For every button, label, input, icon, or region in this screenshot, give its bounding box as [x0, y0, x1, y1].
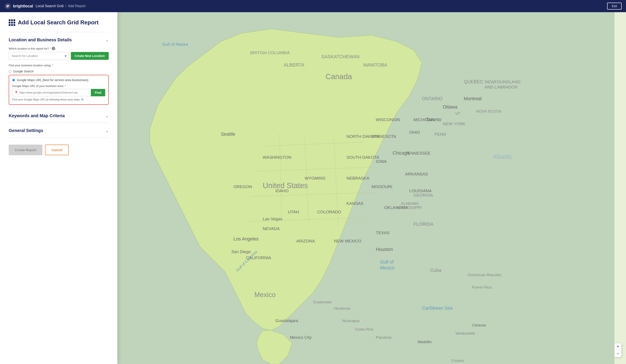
- section-general-header[interactable]: General Settings ⌄: [9, 128, 109, 133]
- svg-text:ONTARIO: ONTARIO: [422, 96, 443, 101]
- svg-text:Medellin: Medellin: [418, 340, 432, 344]
- required-marker: *: [50, 47, 51, 50]
- svg-text:Cuba: Cuba: [430, 268, 441, 273]
- section-keywords: Keywords and Map Criteria ⌄: [9, 113, 109, 118]
- svg-text:Gulf of: Gulf of: [380, 259, 393, 264]
- chevron-down-icon-2: ⌄: [105, 114, 109, 118]
- svg-text:NEBRASKA: NEBRASKA: [347, 176, 369, 180]
- map-pin-icon: 📍: [14, 91, 18, 94]
- panel-title-row: Add Local Search Grid Report: [9, 19, 109, 26]
- radio-google-search[interactable]: Google Search: [9, 70, 109, 73]
- add-report-panel: Add Local Search Grid Report Location an…: [0, 12, 117, 364]
- svg-point-1: [6, 6, 7, 8]
- svg-text:IDAHO: IDAHO: [275, 189, 289, 193]
- svg-text:ALABAMA: ALABAMA: [401, 201, 419, 206]
- logo-text: brightlocal: [13, 4, 33, 8]
- svg-text:ARIZONA: ARIZONA: [296, 239, 315, 243]
- bottom-actions: Create Report Cancel: [9, 145, 109, 155]
- info-icon[interactable]: i: [52, 47, 55, 50]
- svg-text:Canada: Canada: [326, 72, 352, 81]
- svg-text:Caribbean Sea: Caribbean Sea: [422, 306, 453, 311]
- svg-text:Mexico: Mexico: [380, 265, 394, 270]
- find-button[interactable]: Find: [91, 89, 105, 96]
- svg-text:OHIO: OHIO: [409, 130, 420, 135]
- helper-text: Find your Google Maps URL by following t…: [12, 98, 105, 101]
- svg-text:QUEBEC: QUEBEC: [464, 79, 483, 84]
- svg-text:Los Angeles: Los Angeles: [234, 236, 258, 242]
- svg-text:COLORADO: COLORADO: [317, 210, 341, 214]
- svg-text:Guatemala: Guatemala: [313, 300, 331, 304]
- svg-text:NOVA SCOTIA: NOVA SCOTIA: [476, 109, 502, 114]
- divider-2: [9, 108, 109, 108]
- svg-text:MANITOBA: MANITOBA: [363, 62, 387, 67]
- business-location-label: Find your business location using: *: [9, 64, 109, 67]
- svg-text:Puerto Rico: Puerto Rico: [472, 285, 492, 289]
- svg-text:NEW MEXICO: NEW MEXICO: [334, 239, 361, 243]
- exit-button[interactable]: Exit: [607, 3, 622, 10]
- svg-text:Costa Rica: Costa Rica: [355, 327, 373, 331]
- section-location-business: Location and Business Details ⌄ Which lo…: [9, 38, 109, 105]
- map-zoom-controls[interactable]: + −: [614, 343, 622, 358]
- svg-text:IOWA: IOWA: [376, 159, 387, 164]
- panel-title: Add Local Search Grid Report: [18, 19, 98, 26]
- chevron-down-icon: ⌄: [105, 38, 109, 42]
- radio-google-search-input[interactable]: [9, 70, 11, 73]
- svg-text:MISSISSIPPI: MISSISSIPPI: [397, 205, 422, 210]
- svg-text:Nicaragua: Nicaragua: [342, 319, 359, 323]
- svg-text:Guadalajara: Guadalajara: [275, 318, 298, 323]
- nav-local-search-grid[interactable]: Local Search Grid: [36, 4, 64, 8]
- svg-text:SOUTH DAKOTA: SOUTH DAKOTA: [347, 155, 379, 160]
- svg-text:NEW YORK: NEW YORK: [443, 121, 466, 126]
- divider-1: [9, 32, 109, 32]
- svg-text:MINNESOTA: MINNESOTA: [372, 134, 396, 139]
- zoom-in-button[interactable]: +: [615, 343, 622, 350]
- search-location-select[interactable]: Search for Location: [9, 52, 69, 60]
- svg-text:Caracas: Caracas: [472, 323, 486, 327]
- section-general-title: General Settings: [9, 128, 43, 133]
- svg-text:Mexico City: Mexico City: [290, 335, 312, 340]
- location-field-label: Which location is this report for? * i: [9, 47, 109, 50]
- svg-text:ALBERTA: ALBERTA: [284, 62, 304, 67]
- svg-text:Toronto: Toronto: [426, 117, 441, 122]
- svg-text:Gulf of Alaska: Gulf of Alaska: [162, 42, 188, 46]
- svg-text:ARKANSAS: ARKANSAS: [405, 172, 428, 176]
- svg-text:WASHINGTON: WASHINGTON: [263, 155, 291, 160]
- svg-text:Dominican Republic: Dominican Republic: [468, 273, 502, 277]
- nav-separator: /: [65, 4, 66, 8]
- external-link-icon[interactable]: ⧉: [81, 98, 83, 101]
- nav-add-report: Add Report: [68, 4, 86, 8]
- svg-text:GEORGIA: GEORGIA: [413, 193, 433, 198]
- grid-dots-icon: [9, 19, 15, 26]
- breadcrumb: Local Search Grid / Add Report: [36, 4, 85, 8]
- svg-text:Cuyeno: Cuyeno: [451, 358, 464, 363]
- google-maps-url-input[interactable]: [12, 89, 91, 96]
- create-report-button[interactable]: Create Report: [9, 145, 42, 155]
- section-general-settings: General Settings ⌄: [9, 128, 109, 133]
- section-location-header[interactable]: Location and Business Details ⌄: [9, 38, 109, 42]
- svg-text:San Diego: San Diego: [231, 249, 251, 254]
- radio-google-maps-label[interactable]: Google Maps URL (best for service-area b…: [12, 78, 105, 82]
- svg-text:BRITISH COLUMBIA: BRITISH COLUMBIA: [250, 50, 290, 55]
- svg-text:Houston: Houston: [376, 247, 393, 252]
- required-marker-2: *: [52, 64, 53, 67]
- create-new-location-button[interactable]: Create New Location: [71, 52, 109, 60]
- svg-text:Honduras: Honduras: [334, 306, 350, 311]
- svg-text:Venezuela: Venezuela: [455, 331, 475, 335]
- svg-text:Mexico: Mexico: [254, 291, 276, 299]
- svg-text:KANSAS: KANSAS: [347, 201, 363, 206]
- svg-text:OREGON: OREGON: [234, 184, 252, 189]
- chevron-down-icon-3: ⌄: [105, 128, 109, 133]
- svg-text:NEWFOUNDLAND: NEWFOUNDLAND: [485, 80, 521, 84]
- search-select-wrapper: Search for Location: [9, 52, 69, 60]
- svg-text:Montreal: Montreal: [464, 96, 481, 101]
- radio-google-maps-input[interactable]: [12, 79, 15, 81]
- svg-text:TEXAS: TEXAS: [376, 231, 390, 235]
- radio-group-business: Google Search: [9, 70, 109, 73]
- svg-text:NEVADA: NEVADA: [263, 226, 280, 231]
- svg-text:Chicago: Chicago: [392, 151, 409, 156]
- cancel-button[interactable]: Cancel: [45, 145, 69, 155]
- location-row: Search for Location Create New Location: [9, 52, 109, 60]
- zoom-out-button[interactable]: −: [615, 350, 622, 357]
- logo[interactable]: brightlocal: [4, 3, 33, 10]
- section-keywords-header[interactable]: Keywords and Map Criteria ⌄: [9, 113, 109, 118]
